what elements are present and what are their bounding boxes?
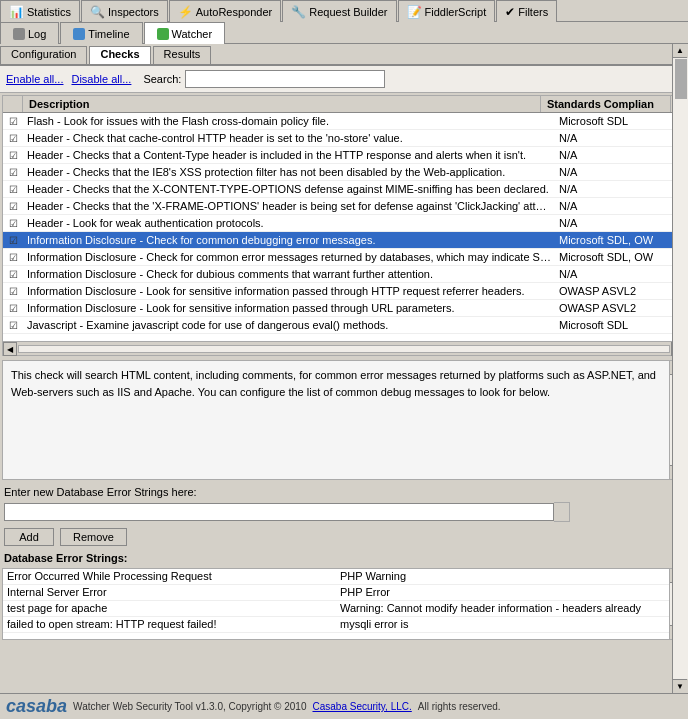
tab-fiddlerscript-label: FiddlerScript — [425, 6, 487, 18]
scroll-left-btn[interactable]: ◀ — [3, 342, 17, 356]
filters-icon: ✔ — [505, 5, 515, 19]
top-tab-bar: 📊 Statistics 🔍 Inspectors ⚡ AutoResponde… — [0, 0, 688, 22]
outer-scroll-down-btn[interactable]: ▼ — [673, 679, 687, 693]
tab-configuration-label: Configuration — [11, 48, 76, 60]
db-row-3[interactable]: failed to open stream: HTTP request fail… — [3, 617, 669, 633]
tab-statistics[interactable]: 📊 Statistics — [0, 0, 80, 22]
row-checkbox-0[interactable]: ☑ — [3, 116, 23, 127]
row-checkbox-7[interactable]: ☑ — [3, 235, 23, 246]
table-row[interactable]: ☑ Header - Checks that the 'X-FRAME-OPTI… — [3, 198, 685, 215]
tab-autoresponder[interactable]: ⚡ AutoResponder — [169, 0, 281, 22]
sub-tab-bar: Configuration Checks Results — [0, 44, 688, 66]
table-row[interactable]: ☑ Information Disclosure - Check for dub… — [3, 266, 685, 283]
db-cell-left-3: failed to open stream: HTTP request fail… — [3, 617, 336, 632]
tab-fiddlerscript[interactable]: 📝 FiddlerScript — [398, 0, 496, 22]
tab-configuration[interactable]: Configuration — [0, 46, 87, 64]
db-strings-list: Error Occurred While Processing Request … — [2, 568, 670, 640]
table-row[interactable]: ☑ Header - Look for weak authentication … — [3, 215, 685, 232]
tab-checks[interactable]: Checks — [89, 46, 150, 64]
db-row-0[interactable]: Error Occurred While Processing Request … — [3, 569, 669, 585]
row-desc-4: Header - Checks that the X-CONTENT-TYPE-… — [23, 182, 555, 196]
row-checkbox-12[interactable]: ☑ — [3, 320, 23, 331]
enable-all-link[interactable]: Enable all... — [6, 73, 63, 85]
db-row-1[interactable]: Internal Server Error PHP Error — [3, 585, 669, 601]
row-std-2: N/A — [555, 148, 685, 162]
table-row[interactable]: ☑ Flash - Look for issues with the Flash… — [3, 113, 685, 130]
fiddlerscript-icon: 📝 — [407, 5, 422, 19]
table-row[interactable]: ☑ Information Disclosure - Look for sens… — [3, 300, 685, 317]
row-desc-8: Information Disclosure - Check for commo… — [23, 250, 555, 264]
horizontal-scroll-track[interactable] — [18, 345, 670, 353]
footer-text: Watcher Web Security Tool v1.3.0, Copyri… — [73, 701, 306, 712]
db-cell-left-2: test page for apache — [3, 601, 336, 616]
row-desc-6: Header - Look for weak authentication pr… — [23, 216, 555, 230]
row-desc-11: Information Disclosure - Look for sensit… — [23, 301, 555, 315]
tab-filters-label: Filters — [518, 6, 548, 18]
search-input[interactable] — [185, 70, 385, 88]
add-button[interactable]: Add — [4, 528, 54, 546]
table-row[interactable]: ☑ Header - Checks that a Content-Type he… — [3, 147, 685, 164]
row-checkbox-2[interactable]: ☑ — [3, 150, 23, 161]
tab-checks-label: Checks — [100, 48, 139, 60]
table-row[interactable]: ☑ Header - Checks that the IE8's XSS pro… — [3, 164, 685, 181]
col-header-standards: Standards Complian — [541, 96, 671, 112]
tab-requestbuilder-label: Request Builder — [309, 6, 387, 18]
row-std-8: Microsoft SDL, OW — [555, 250, 685, 264]
error-string-input[interactable] — [4, 503, 554, 521]
row-checkbox-1[interactable]: ☑ — [3, 133, 23, 144]
tab-timeline-label: Timeline — [88, 28, 129, 40]
table-row[interactable]: ☑ Header - Checks that the X-CONTENT-TYP… — [3, 181, 685, 198]
db-cell-right-3: mysqli error is — [336, 617, 669, 632]
outer-right-scrollbar[interactable]: ▲ ▼ — [672, 44, 688, 693]
db-row-2[interactable]: test page for apache Warning: Cannot mod… — [3, 601, 669, 617]
row-std-9: N/A — [555, 267, 685, 281]
row-desc-1: Header - Check that cache-control HTTP h… — [23, 131, 555, 145]
inspectors-icon: 🔍 — [90, 5, 105, 19]
table-body: ☑ Flash - Look for issues with the Flash… — [3, 113, 685, 341]
tab-watcher[interactable]: Watcher — [144, 22, 226, 44]
tab-inspectors[interactable]: 🔍 Inspectors — [81, 0, 168, 22]
db-cell-right-0: PHP Warning — [336, 569, 669, 584]
tab-results-label: Results — [164, 48, 201, 60]
horizontal-scrollbar[interactable]: ◀ ▶ — [3, 341, 685, 355]
table-row[interactable]: ☑ Javascript - Examine javascript code f… — [3, 317, 685, 334]
tab-statistics-label: Statistics — [27, 6, 71, 18]
toolbar: Enable all... Disable all... Search: — [0, 66, 688, 93]
tab-timeline[interactable]: Timeline — [60, 22, 142, 44]
row-desc-3: Header - Checks that the IE8's XSS prote… — [23, 165, 555, 179]
row-checkbox-4[interactable]: ☑ — [3, 184, 23, 195]
db-strings-wrapper: Error Occurred While Processing Request … — [2, 568, 686, 640]
db-strings-label: Database Error Strings: — [4, 552, 684, 564]
row-desc-7: Information Disclosure - Check for commo… — [23, 233, 555, 247]
outer-scroll-thumb[interactable] — [675, 59, 687, 99]
table-row-highlighted[interactable]: ☑ Information Disclosure - Check for com… — [3, 232, 685, 249]
checks-table-wrapper: Description Standards Complian ☑ Flash -… — [2, 95, 686, 356]
tab-log[interactable]: Log — [0, 22, 59, 44]
row-checkbox-6[interactable]: ☑ — [3, 218, 23, 229]
row-checkbox-10[interactable]: ☑ — [3, 286, 23, 297]
description-panel: This check will search HTML content, inc… — [2, 360, 670, 480]
table-row[interactable]: ☑ Information Disclosure - Check for com… — [3, 249, 685, 266]
row-checkbox-8[interactable]: ☑ — [3, 252, 23, 263]
tab-results[interactable]: Results — [153, 46, 212, 64]
input-scrollbar — [554, 502, 570, 522]
tab-filters[interactable]: ✔ Filters — [496, 0, 557, 22]
table-row[interactable]: ☑ Header - Check that cache-control HTTP… — [3, 130, 685, 147]
search-label: Search: — [143, 73, 181, 85]
main-content: Enable all... Disable all... Search: Des… — [0, 66, 688, 693]
footer-link[interactable]: Casaba Security, LLC. — [312, 701, 411, 712]
log-icon — [13, 28, 25, 40]
input-row — [4, 502, 684, 522]
db-cell-right-2: Warning: Cannot modify header informatio… — [336, 601, 669, 616]
row-checkbox-11[interactable]: ☑ — [3, 303, 23, 314]
row-checkbox-5[interactable]: ☑ — [3, 201, 23, 212]
row-checkbox-9[interactable]: ☑ — [3, 269, 23, 280]
table-row[interactable]: ☑ Information Disclosure - Look for sens… — [3, 283, 685, 300]
row-checkbox-3[interactable]: ☑ — [3, 167, 23, 178]
db-cell-left-1: Internal Server Error — [3, 585, 336, 600]
disable-all-link[interactable]: Disable all... — [71, 73, 131, 85]
remove-button[interactable]: Remove — [60, 528, 127, 546]
statistics-icon: 📊 — [9, 5, 24, 19]
tab-requestbuilder[interactable]: 🔧 Request Builder — [282, 0, 396, 22]
outer-scroll-up-btn[interactable]: ▲ — [673, 44, 687, 58]
